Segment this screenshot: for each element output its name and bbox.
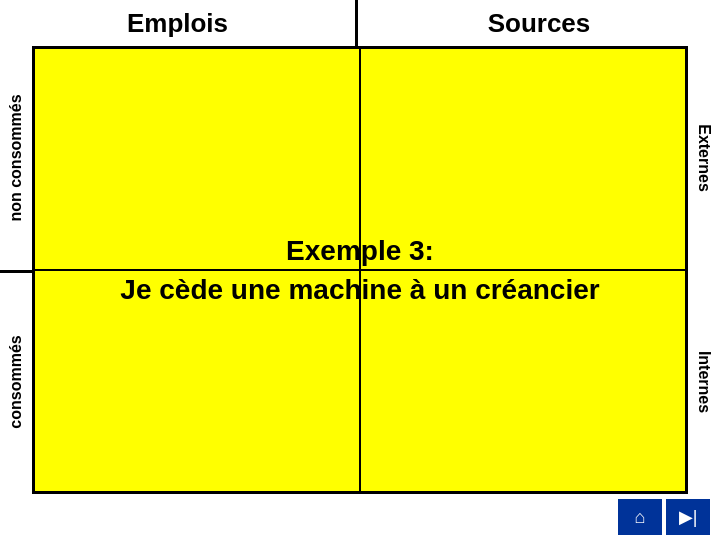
header-row: Emplois Sources — [0, 0, 720, 46]
consommes-label: consommés — [7, 335, 25, 428]
main-grid: non consommés consommés Exemple 3: Je cè… — [0, 46, 720, 494]
internes-label: Internes — [695, 351, 713, 413]
home-icon: ⌂ — [635, 507, 646, 528]
sources-label: Sources — [488, 8, 591, 39]
externes-label: Externes — [695, 124, 713, 192]
non-consommes-label-container: non consommés — [0, 46, 32, 270]
non-consommes-label: non consommés — [7, 94, 25, 221]
bottom-nav: ⌂ ▶| — [0, 494, 720, 540]
right-labels: Externes Internes — [688, 46, 720, 494]
next-button[interactable]: ▶| — [666, 499, 710, 535]
next-icon: ▶| — [679, 506, 698, 528]
quadrant-bottom-left — [35, 270, 360, 491]
quadrant-grid — [32, 46, 688, 494]
grid-wrapper: Exemple 3: Je cède une machine à un créa… — [32, 46, 688, 494]
internes-label-container: Internes — [688, 270, 720, 494]
consommes-label-container: consommés — [0, 270, 32, 494]
emplois-label: Emplois — [127, 8, 228, 39]
left-labels: non consommés consommés — [0, 46, 32, 494]
slide-container: Emplois Sources non consommés consommés — [0, 0, 720, 540]
home-button[interactable]: ⌂ — [618, 499, 662, 535]
emplois-header: Emplois — [0, 0, 355, 46]
externes-label-container: Externes — [688, 46, 720, 270]
quadrant-bottom-right — [360, 270, 685, 491]
quadrant-top-right — [360, 49, 685, 270]
sources-header: Sources — [358, 0, 720, 46]
quadrant-top-left — [35, 49, 360, 270]
